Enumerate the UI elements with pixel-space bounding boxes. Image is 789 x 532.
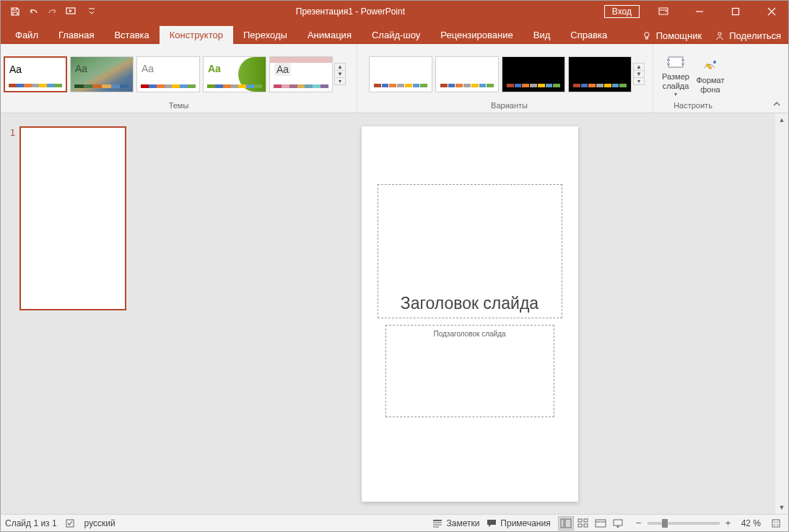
theme-3-colors (141, 84, 196, 88)
svg-rect-10 (578, 519, 582, 522)
slide-sorter-button[interactable] (575, 516, 591, 531)
language-button[interactable]: русский (84, 518, 115, 528)
ribbon-display-options-button[interactable] (647, 1, 680, 22)
variant-2[interactable] (435, 56, 499, 92)
svg-rect-5 (668, 57, 683, 67)
normal-view-button[interactable] (558, 516, 574, 531)
statusbar-right: Заметки Примечания − + (432, 516, 784, 531)
tab-view[interactable]: Вид (523, 26, 561, 44)
zoom-slider-thumb[interactable] (662, 519, 668, 528)
collapse-ribbon-button[interactable] (770, 98, 784, 110)
share-button[interactable]: Поделиться (715, 30, 781, 41)
tab-help[interactable]: Справка (560, 26, 617, 44)
themes-gallery-spinner: ▲ ▼ ▾ (334, 63, 346, 85)
zoom-in-button[interactable]: + (723, 518, 734, 529)
notes-button[interactable]: Заметки (432, 518, 479, 528)
fit-to-window-button[interactable] (768, 516, 784, 531)
variants-gallery (369, 56, 632, 92)
theme-gallery-5[interactable]: Aa (269, 56, 333, 92)
theme-office-aa: Aa (9, 64, 22, 75)
scroll-down-button[interactable]: ▼ (775, 501, 788, 514)
themes-gallery: Aa Aa Aa Aa (4, 56, 333, 92)
tab-home[interactable]: Главная (48, 26, 104, 44)
variant-3[interactable] (502, 56, 565, 92)
start-from-beginning-button[interactable] (63, 3, 80, 20)
theme-gallery-2[interactable]: Aa (70, 56, 134, 92)
thumbnail-panel[interactable]: 1 (1, 113, 151, 514)
tell-me-button[interactable]: Помощник (642, 30, 702, 41)
title-placeholder[interactable]: Заголовок слайда (378, 184, 562, 318)
close-icon (767, 7, 776, 16)
variants-spinner-down[interactable]: ▼ (634, 71, 644, 78)
theme-gallery-4[interactable]: Aa (203, 56, 266, 92)
slide-editor-area[interactable]: Заголовок слайда Подзаголовок слайда ▲ ▼ (151, 113, 788, 514)
qat-customize-button[interactable] (87, 3, 97, 20)
group-customize-label: Настроить (656, 101, 730, 111)
vertical-scrollbar[interactable]: ▲ ▼ (775, 113, 788, 514)
svg-rect-12 (578, 524, 582, 527)
comments-icon (487, 519, 497, 528)
fit-window-icon (771, 518, 781, 528)
slide-canvas[interactable]: Заголовок слайда Подзаголовок слайда (362, 126, 578, 502)
variant-4[interactable] (568, 56, 632, 92)
maximize-icon (731, 7, 740, 16)
quick-access-toolbar (1, 3, 97, 20)
slideshow-view-button[interactable] (610, 516, 626, 531)
theme-office[interactable]: Aa (4, 56, 67, 92)
slideshow-icon (612, 518, 624, 528)
chevron-down-icon (89, 7, 95, 16)
svg-rect-16 (772, 520, 780, 527)
theme-gallery-3[interactable]: Aa (136, 56, 200, 92)
variant-1-colors (374, 84, 427, 87)
close-button[interactable] (755, 1, 788, 22)
minimize-icon (695, 7, 704, 16)
variant-1[interactable] (369, 56, 432, 92)
tab-insert[interactable]: Вставка (104, 26, 159, 44)
maximize-button[interactable] (719, 1, 752, 22)
normal-view-icon (560, 518, 572, 528)
tab-design[interactable]: Конструктор (160, 26, 233, 44)
signin-button[interactable]: Вход (604, 5, 640, 18)
subtitle-placeholder[interactable]: Подзаголовок слайда (385, 325, 554, 417)
group-variants: ▲ ▼ ▾ Варианты (357, 44, 653, 113)
share-label: Поделиться (729, 30, 781, 41)
group-variants-label: Варианты (369, 101, 650, 111)
comments-button[interactable]: Примечания (487, 518, 550, 528)
slide-size-button[interactable]: Размер слайда ▾ (659, 51, 692, 97)
minimize-button[interactable] (683, 1, 716, 22)
tab-file[interactable]: Файл (5, 26, 48, 44)
thumbnail-slide-1[interactable] (19, 126, 126, 310)
slide-count[interactable]: Слайд 1 из 1 (5, 518, 57, 528)
zoom-out-button[interactable]: − (633, 518, 645, 529)
format-background-button[interactable]: Формат фона (694, 54, 727, 94)
ribbon-tabs-right: Помощник Поделиться (642, 30, 781, 41)
theme-3-aa: Aa (141, 63, 154, 74)
undo-button[interactable] (25, 3, 43, 20)
themes-spinner-down[interactable]: ▼ (335, 71, 345, 78)
tab-animations[interactable]: Анимация (297, 26, 362, 44)
statusbar-left: Слайд 1 из 1 русский (5, 518, 115, 528)
save-button[interactable] (6, 3, 24, 20)
theme-4-colors (207, 84, 262, 88)
theme-office-colors (9, 84, 62, 87)
variants-spinner-more[interactable]: ▾ (634, 78, 644, 84)
tab-review[interactable]: Рецензирование (430, 26, 523, 44)
redo-button[interactable] (44, 3, 61, 20)
reading-view-button[interactable] (593, 516, 609, 531)
themes-spinner-more[interactable]: ▾ (335, 78, 345, 84)
variants-spinner-up[interactable]: ▲ (634, 64, 644, 71)
tab-transitions[interactable]: Переходы (233, 26, 297, 44)
chevron-up-icon (772, 100, 781, 108)
slide-size-label: Размер слайда (659, 72, 692, 90)
variants-gallery-spinner: ▲ ▼ ▾ (633, 63, 645, 85)
titlebar: Презентация1 - PowerPoint Вход (1, 1, 788, 22)
themes-spinner-up[interactable]: ▲ (335, 64, 345, 71)
zoom-slider[interactable] (648, 522, 720, 525)
svg-rect-9 (565, 519, 571, 528)
titlebar-controls: Вход (604, 1, 788, 22)
tab-slideshow[interactable]: Слайд-шоу (362, 26, 430, 44)
spellcheck-button[interactable] (66, 518, 76, 528)
presentation-icon (66, 6, 77, 17)
zoom-level[interactable]: 42 % (741, 518, 761, 528)
scroll-up-button[interactable]: ▲ (775, 113, 788, 126)
